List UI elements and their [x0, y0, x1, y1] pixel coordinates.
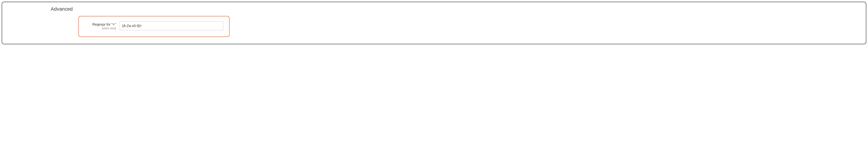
regexpr-input[interactable] [120, 21, 223, 30]
config-panel: Advanced Regexpr for "+" [store view] [2, 2, 866, 44]
field-scope: [store view] [85, 27, 116, 30]
field-label: Regexpr for "+" [85, 22, 116, 27]
section-title: Advanced [51, 6, 859, 12]
field-highlight: Regexpr for "+" [store view] [79, 16, 229, 37]
field-label-wrap: Regexpr for "+" [store view] [85, 21, 116, 30]
